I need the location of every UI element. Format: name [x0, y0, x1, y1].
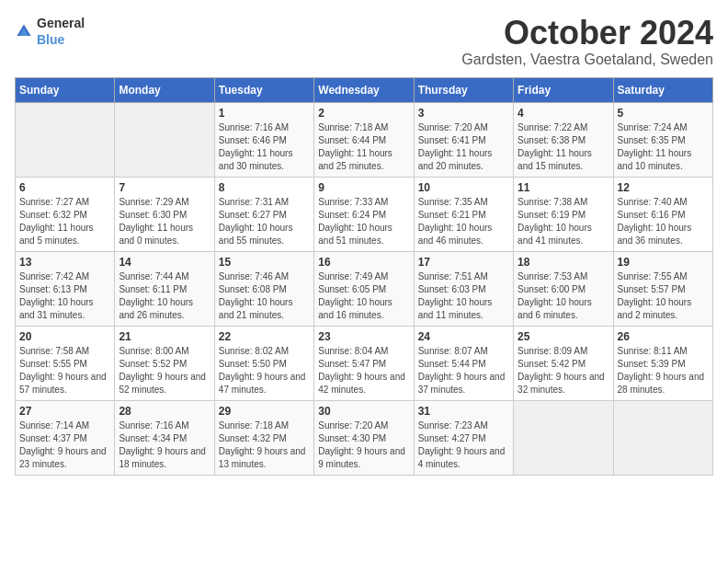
day-cell: 14Sunrise: 7:44 AM Sunset: 6:11 PM Dayli… [115, 251, 214, 326]
day-info: Sunrise: 7:40 AM Sunset: 6:16 PM Dayligh… [618, 196, 709, 247]
day-number: 29 [219, 405, 310, 418]
weekday-header-wednesday: Wednesday [314, 77, 414, 102]
day-number: 6 [19, 181, 110, 194]
day-number: 26 [618, 330, 709, 343]
day-info: Sunrise: 7:58 AM Sunset: 5:55 PM Dayligh… [19, 345, 110, 396]
calendar: SundayMondayTuesdayWednesdayThursdayFrid… [15, 77, 713, 476]
day-info: Sunrise: 8:09 AM Sunset: 5:42 PM Dayligh… [518, 345, 609, 396]
day-cell: 12Sunrise: 7:40 AM Sunset: 6:16 PM Dayli… [613, 177, 712, 251]
day-number: 11 [518, 181, 609, 194]
day-cell: 25Sunrise: 8:09 AM Sunset: 5:42 PM Dayli… [514, 326, 613, 400]
day-info: Sunrise: 7:24 AM Sunset: 6:35 PM Dayligh… [618, 121, 709, 173]
day-info: Sunrise: 8:11 AM Sunset: 5:39 PM Dayligh… [618, 345, 709, 396]
day-number: 17 [418, 256, 509, 269]
day-number: 9 [318, 181, 409, 194]
weekday-header-sunday: Sunday [16, 77, 115, 102]
location-title: Gardsten, Vaestra Goetaland, Sweden [461, 52, 713, 68]
day-cell [16, 102, 115, 177]
day-info: Sunrise: 7:46 AM Sunset: 6:08 PM Dayligh… [219, 270, 310, 322]
day-number: 22 [219, 330, 310, 343]
day-cell: 3Sunrise: 7:20 AM Sunset: 6:41 PM Daylig… [414, 102, 513, 177]
day-number: 24 [418, 330, 509, 343]
logo-blue: Blue [37, 31, 85, 48]
day-cell: 23Sunrise: 8:04 AM Sunset: 5:47 PM Dayli… [314, 326, 414, 400]
day-number: 8 [219, 181, 310, 194]
day-cell [115, 102, 214, 177]
month-title: October 2024 [461, 15, 713, 52]
day-cell: 10Sunrise: 7:35 AM Sunset: 6:21 PM Dayli… [414, 177, 513, 251]
day-info: Sunrise: 7:27 AM Sunset: 6:32 PM Dayligh… [19, 196, 110, 247]
day-cell: 26Sunrise: 8:11 AM Sunset: 5:39 PM Dayli… [613, 326, 712, 400]
day-cell: 20Sunrise: 7:58 AM Sunset: 5:55 PM Dayli… [16, 326, 115, 400]
day-cell: 31Sunrise: 7:23 AM Sunset: 4:27 PM Dayli… [414, 400, 513, 475]
day-info: Sunrise: 7:31 AM Sunset: 6:27 PM Dayligh… [219, 196, 310, 247]
day-number: 14 [119, 256, 210, 269]
day-info: Sunrise: 7:18 AM Sunset: 6:44 PM Dayligh… [318, 121, 409, 173]
day-cell: 2Sunrise: 7:18 AM Sunset: 6:44 PM Daylig… [314, 102, 414, 177]
week-row-4: 20Sunrise: 7:58 AM Sunset: 5:55 PM Dayli… [16, 326, 713, 400]
day-info: Sunrise: 7:38 AM Sunset: 6:19 PM Dayligh… [518, 196, 609, 247]
day-number: 30 [318, 405, 409, 418]
day-number: 16 [318, 256, 409, 269]
day-cell [613, 400, 712, 475]
day-cell: 13Sunrise: 7:42 AM Sunset: 6:13 PM Dayli… [16, 251, 115, 326]
day-number: 18 [518, 256, 609, 269]
day-info: Sunrise: 7:29 AM Sunset: 6:30 PM Dayligh… [119, 196, 210, 247]
day-cell: 15Sunrise: 7:46 AM Sunset: 6:08 PM Dayli… [214, 251, 313, 326]
week-row-3: 13Sunrise: 7:42 AM Sunset: 6:13 PM Dayli… [16, 251, 713, 326]
day-number: 23 [318, 330, 409, 343]
week-row-2: 6Sunrise: 7:27 AM Sunset: 6:32 PM Daylig… [16, 177, 713, 251]
day-cell: 5Sunrise: 7:24 AM Sunset: 6:35 PM Daylig… [613, 102, 712, 177]
weekday-header-thursday: Thursday [414, 77, 513, 102]
day-number: 20 [19, 330, 110, 343]
day-info: Sunrise: 7:55 AM Sunset: 5:57 PM Dayligh… [618, 270, 709, 322]
day-cell: 24Sunrise: 8:07 AM Sunset: 5:44 PM Dayli… [414, 326, 513, 400]
day-number: 31 [418, 405, 509, 418]
header: General Blue October 2024 Gardsten, Vaes… [15, 15, 713, 68]
day-cell: 28Sunrise: 7:16 AM Sunset: 4:34 PM Dayli… [115, 400, 214, 475]
day-info: Sunrise: 7:44 AM Sunset: 6:11 PM Dayligh… [119, 270, 210, 322]
weekday-header-monday: Monday [115, 77, 214, 102]
day-number: 3 [418, 107, 509, 120]
day-cell: 21Sunrise: 8:00 AM Sunset: 5:52 PM Dayli… [115, 326, 214, 400]
day-number: 5 [618, 107, 709, 120]
day-cell: 30Sunrise: 7:20 AM Sunset: 4:30 PM Dayli… [314, 400, 414, 475]
day-cell: 18Sunrise: 7:53 AM Sunset: 6:00 PM Dayli… [514, 251, 613, 326]
logo-general: General [37, 15, 85, 31]
day-info: Sunrise: 7:14 AM Sunset: 4:37 PM Dayligh… [19, 419, 110, 471]
day-info: Sunrise: 7:23 AM Sunset: 4:27 PM Dayligh… [418, 419, 509, 471]
title-area: October 2024 Gardsten, Vaestra Goetaland… [461, 15, 713, 68]
day-cell: 22Sunrise: 8:02 AM Sunset: 5:50 PM Dayli… [214, 326, 313, 400]
day-info: Sunrise: 7:20 AM Sunset: 4:30 PM Dayligh… [318, 419, 409, 471]
day-number: 1 [219, 107, 310, 120]
day-info: Sunrise: 7:51 AM Sunset: 6:03 PM Dayligh… [418, 270, 509, 322]
day-cell: 7Sunrise: 7:29 AM Sunset: 6:30 PM Daylig… [115, 177, 214, 251]
day-info: Sunrise: 7:42 AM Sunset: 6:13 PM Dayligh… [19, 270, 110, 322]
week-row-1: 1Sunrise: 7:16 AM Sunset: 6:46 PM Daylig… [16, 102, 713, 177]
weekday-header-friday: Friday [514, 77, 613, 102]
day-number: 25 [518, 330, 609, 343]
day-cell: 6Sunrise: 7:27 AM Sunset: 6:32 PM Daylig… [16, 177, 115, 251]
day-info: Sunrise: 7:16 AM Sunset: 4:34 PM Dayligh… [119, 419, 210, 471]
day-cell: 1Sunrise: 7:16 AM Sunset: 6:46 PM Daylig… [214, 102, 313, 177]
day-info: Sunrise: 7:33 AM Sunset: 6:24 PM Dayligh… [318, 196, 409, 247]
day-number: 12 [618, 181, 709, 194]
day-cell: 29Sunrise: 7:18 AM Sunset: 4:32 PM Dayli… [214, 400, 313, 475]
weekday-header-saturday: Saturday [613, 77, 712, 102]
day-info: Sunrise: 7:20 AM Sunset: 6:41 PM Dayligh… [418, 121, 509, 173]
logo-icon [15, 22, 33, 40]
day-number: 13 [19, 256, 110, 269]
day-number: 27 [19, 405, 110, 418]
day-info: Sunrise: 8:04 AM Sunset: 5:47 PM Dayligh… [318, 345, 409, 396]
day-cell: 27Sunrise: 7:14 AM Sunset: 4:37 PM Dayli… [16, 400, 115, 475]
day-cell: 11Sunrise: 7:38 AM Sunset: 6:19 PM Dayli… [514, 177, 613, 251]
weekday-header-row: SundayMondayTuesdayWednesdayThursdayFrid… [16, 77, 713, 102]
day-number: 21 [119, 330, 210, 343]
day-info: Sunrise: 7:22 AM Sunset: 6:38 PM Dayligh… [518, 121, 609, 173]
week-row-5: 27Sunrise: 7:14 AM Sunset: 4:37 PM Dayli… [16, 400, 713, 475]
day-info: Sunrise: 7:49 AM Sunset: 6:05 PM Dayligh… [318, 270, 409, 322]
day-number: 7 [119, 181, 210, 194]
day-number: 4 [518, 107, 609, 120]
day-number: 2 [318, 107, 409, 120]
day-cell [514, 400, 613, 475]
